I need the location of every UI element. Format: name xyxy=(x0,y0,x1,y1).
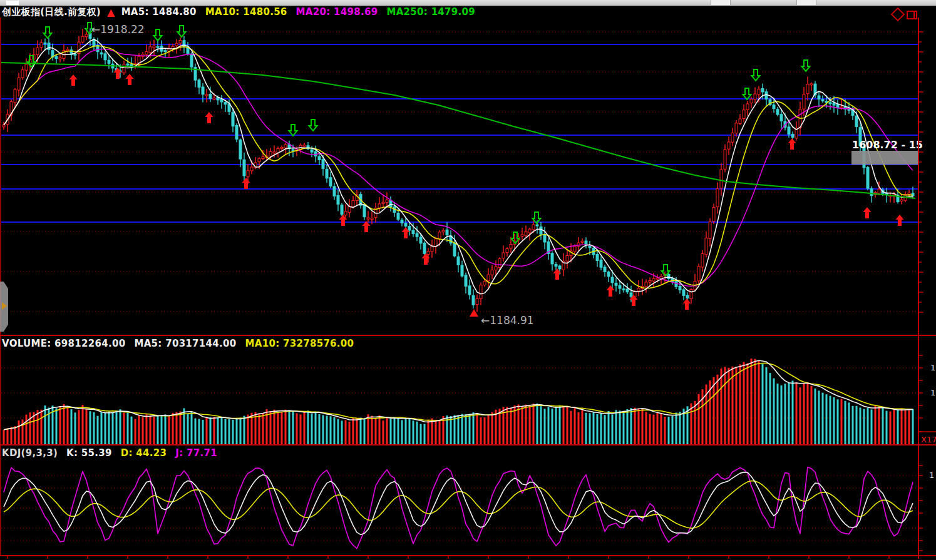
volume-value: VOLUME: 69812264.00 xyxy=(2,338,125,349)
range-tooltip-band xyxy=(851,151,918,165)
svg-text:1608.72 - 15: 1608.72 - 15 xyxy=(852,139,923,151)
kdj-pane-header: KDJ(9,3,3) K: 55.39 D: 44.23 J: 77.71 xyxy=(2,447,217,459)
trade-signal-arrows xyxy=(28,23,904,310)
sell-arrow-icon xyxy=(289,125,297,136)
buy-arrow-icon xyxy=(205,112,213,123)
ma10-value: MA10: 1480.56 xyxy=(205,6,287,18)
expand-arrow-icon xyxy=(2,302,7,310)
candlestick-series xyxy=(3,28,914,312)
sell-arrow-icon xyxy=(802,60,810,71)
svg-text:1: 1 xyxy=(930,363,935,372)
main-chart-header: 创业板指(日线.前复权) ▲ MA5: 1484.80 MA10: 1480.5… xyxy=(2,6,475,18)
ma250-value: MA250: 1479.09 xyxy=(386,6,475,18)
symbol-title[interactable]: 创业板指(日线.前复权) xyxy=(2,6,101,18)
svg-text:←1918.22: ←1918.22 xyxy=(91,23,145,36)
svg-text:1: 1 xyxy=(929,471,934,480)
volume-ma5-value: MA5: 70317144.00 xyxy=(134,338,236,349)
volume-series xyxy=(3,359,914,444)
sell-arrow-icon xyxy=(309,120,317,131)
sell-arrow-icon xyxy=(178,26,186,37)
price-annotations: ←1918.22←1184.911608.72 - 15 xyxy=(91,23,923,327)
chart-canvas[interactable]: ←1918.22←1184.911608.72 - 15X17111 xyxy=(0,0,936,560)
split-window-icon[interactable] xyxy=(907,11,917,19)
ma20-value: MA20: 1498.69 xyxy=(296,6,378,18)
svg-text:←1184.91: ←1184.91 xyxy=(481,314,534,327)
svg-text:1: 1 xyxy=(930,388,935,397)
buy-arrow-icon xyxy=(126,74,134,85)
buy-arrow-icon xyxy=(788,138,796,150)
sell-arrow-icon xyxy=(44,27,52,38)
buy-arrow-icon xyxy=(863,207,872,218)
collapsed-sidebar-tab[interactable] xyxy=(0,282,8,332)
up-arrow-icon: ▲ xyxy=(107,6,115,18)
buy-arrow-icon xyxy=(69,74,78,86)
buy-arrow-icon xyxy=(896,215,904,226)
chart-application-window: 创业板指(日线.前复权) ▲ MA5: 1484.80 MA10: 1480.5… xyxy=(0,0,936,560)
volume-pane-header: VOLUME: 69812264.00 MA5: 70317144.00 MA1… xyxy=(2,337,354,350)
kdj-k-value: K: 55.39 xyxy=(66,447,112,459)
svg-text:X17: X17 xyxy=(921,435,936,444)
sell-arrow-icon xyxy=(752,69,760,81)
kdj-indicator-name[interactable]: KDJ(9,3,3) xyxy=(2,447,58,459)
kdj-j-value: J: 77.71 xyxy=(175,447,217,459)
kdj-d-value: D: 44.23 xyxy=(121,447,167,459)
volume-ma10-value: MA10: 73278576.00 xyxy=(245,338,354,349)
ma5-value: MA5: 1484.80 xyxy=(121,6,197,18)
buy-arrow-icon xyxy=(242,178,250,189)
buy-arrow-icon xyxy=(607,285,615,297)
sell-arrow-icon xyxy=(743,88,751,99)
